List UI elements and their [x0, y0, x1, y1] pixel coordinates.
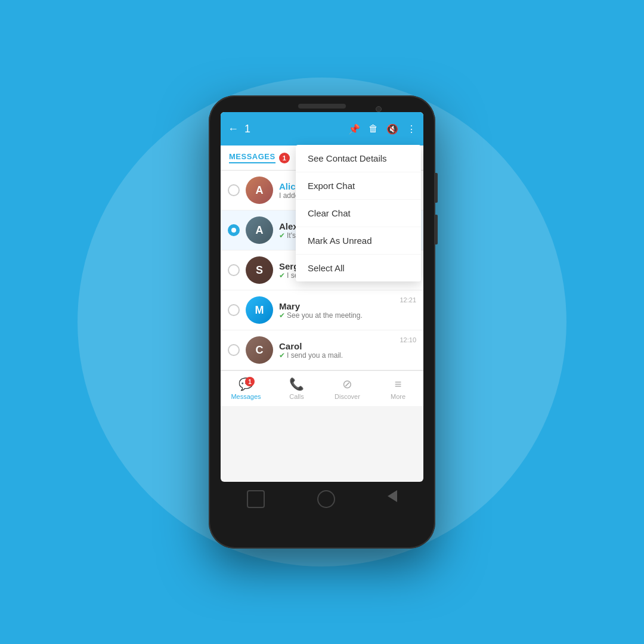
menu-item-see-contact[interactable]: See Contact Details — [296, 145, 421, 172]
contact-radio-alice[interactable] — [228, 184, 240, 196]
contact-name-carol: Carol — [279, 341, 416, 351]
more-nav-icon: ≡ — [395, 377, 402, 391]
nav-label-calls: Calls — [289, 393, 304, 400]
contact-preview-carol: ✔ I send you a mail. — [279, 351, 416, 360]
menu-item-mark-unread[interactable]: Mark As Unread — [296, 227, 421, 255]
side-button-top — [435, 173, 438, 203]
menu-item-clear-chat[interactable]: Clear Chat — [296, 200, 421, 227]
messages-badge: 1 — [279, 153, 290, 163]
avatar-alice: A — [246, 177, 273, 204]
contact-radio-sergie[interactable] — [228, 264, 240, 276]
calls-nav-icon: 📞 — [289, 377, 304, 391]
menu-item-export-chat[interactable]: Export Chat — [296, 172, 421, 200]
contact-radio-mary[interactable] — [228, 304, 240, 316]
contact-preview-mary: ✔ See you at the meeting. — [279, 311, 416, 320]
more-icon[interactable]: ⋮ — [407, 123, 416, 135]
menu-item-select-all[interactable]: Select All — [296, 255, 421, 281]
contact-radio-alex[interactable] — [228, 224, 240, 236]
phone-btn-square[interactable] — [247, 490, 265, 508]
nav-label-messages: Messages — [231, 393, 261, 400]
avatar-carol: C — [246, 336, 273, 364]
phone-btn-home[interactable] — [317, 490, 335, 508]
pin-icon[interactable]: 📌 — [348, 123, 360, 135]
mute-icon[interactable]: 🔇 — [386, 123, 398, 135]
phone-frame: ← 1 📌 🗑 🔇 ⋮ MESSAGES 1 A Alice I a — [209, 95, 435, 549]
contact-radio-carol[interactable] — [228, 344, 240, 356]
nav-label-more: More — [391, 393, 405, 400]
bottom-nav: 💬 1 Messages 📞 Calls ⊘ Discover ≡ More — [221, 370, 423, 406]
tab-messages[interactable]: MESSAGES — [229, 152, 275, 163]
trash-icon[interactable]: 🗑 — [369, 123, 378, 134]
contact-info-mary: Mary ✔ See you at the meeting. — [279, 301, 416, 320]
contact-item-carol[interactable]: C Carol ✔ I send you a mail. 12:10 — [221, 330, 423, 370]
side-button-mid — [435, 215, 438, 244]
phone-screen: ← 1 📌 🗑 🔇 ⋮ MESSAGES 1 A Alice I a — [221, 112, 423, 482]
contact-name-mary: Mary — [279, 301, 416, 311]
phone-camera — [376, 106, 382, 112]
phone-btn-back[interactable] — [388, 490, 397, 502]
contact-time-mary: 12:21 — [400, 296, 416, 304]
phone-speaker — [298, 104, 346, 109]
contact-info-carol: Carol ✔ I send you a mail. — [279, 341, 416, 360]
nav-item-discover[interactable]: ⊘ Discover — [322, 377, 373, 400]
contact-time-carol: 12:10 — [400, 336, 416, 343]
nav-messages-badge: 1 — [245, 377, 255, 386]
nav-item-messages[interactable]: 💬 1 Messages — [221, 377, 271, 400]
nav-item-more[interactable]: ≡ More — [373, 377, 423, 400]
nav-label-discover: Discover — [335, 393, 360, 400]
selected-count: 1 — [244, 123, 342, 135]
app-header: ← 1 📌 🗑 🔇 ⋮ — [221, 112, 423, 145]
avatar-sergie: S — [246, 256, 273, 284]
header-actions: 📌 🗑 🔇 ⋮ — [348, 123, 416, 135]
avatar-mary: M — [246, 296, 273, 324]
discover-nav-icon: ⊘ — [342, 377, 352, 391]
dropdown-menu: See Contact Details Export Chat Clear Ch… — [296, 145, 421, 281]
contact-item-mary[interactable]: M Mary ✔ See you at the meeting. 12:21 — [221, 290, 423, 330]
phone-bottom-buttons — [221, 490, 423, 508]
nav-item-calls[interactable]: 📞 Calls — [271, 377, 322, 400]
avatar-alex: A — [246, 216, 273, 244]
back-button[interactable]: ← — [228, 123, 239, 135]
